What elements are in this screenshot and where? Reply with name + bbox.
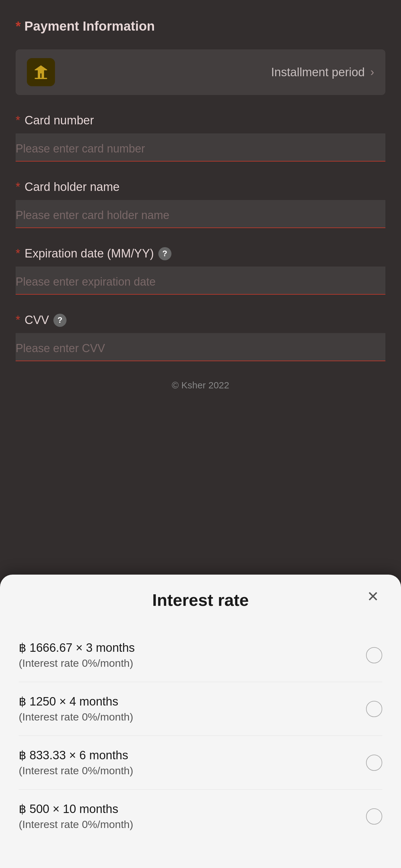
card-holder-input[interactable] — [15, 200, 386, 228]
required-star-cvv: * — [15, 313, 20, 327]
interest-rate-option[interactable]: ฿ 833.33 × 6 months (Interest rate 0%/mo… — [19, 736, 382, 789]
expiration-group: * Expiration date (MM/YY) ? — [15, 247, 386, 294]
required-star-card: * — [15, 114, 20, 127]
bank-logo — [27, 58, 55, 86]
sheet-header: Interest rate ✕ — [19, 590, 382, 610]
option-main-text: ฿ 500 × 10 months — [19, 802, 133, 816]
copyright-text: © Ksher 2022 — [15, 380, 386, 391]
option-text-group: ฿ 833.33 × 6 months (Interest rate 0%/mo… — [19, 748, 133, 777]
option-sub-text: (Interest rate 0%/month) — [19, 765, 133, 777]
option-text-group: ฿ 1666.67 × 3 months (Interest rate 0%/m… — [19, 641, 135, 669]
required-star-exp: * — [15, 247, 20, 260]
option-main-text: ฿ 1666.67 × 3 months — [19, 641, 135, 655]
option-main-text: ฿ 833.33 × 6 months — [19, 748, 133, 762]
close-sheet-button[interactable]: ✕ — [364, 587, 382, 606]
option-text-group: ฿ 500 × 10 months (Interest rate 0%/mont… — [19, 802, 133, 831]
interest-rate-option[interactable]: ฿ 1666.67 × 3 months (Interest rate 0%/m… — [19, 628, 382, 682]
interest-rate-options: ฿ 1666.67 × 3 months (Interest rate 0%/m… — [19, 628, 382, 843]
chevron-right-icon: › — [370, 66, 374, 79]
expiration-label: * Expiration date (MM/YY) ? — [15, 247, 386, 260]
cvv-group: * CVV ? — [15, 313, 386, 361]
card-holder-label: * Card holder name — [15, 180, 386, 194]
cvv-input[interactable] — [15, 333, 386, 361]
interest-rate-sheet: Interest rate ✕ ฿ 1666.67 × 3 months (In… — [0, 575, 401, 868]
radio-button-option-3[interactable] — [366, 808, 382, 825]
option-sub-text: (Interest rate 0%/month) — [19, 818, 133, 831]
payment-section-title: * Payment Information — [15, 19, 386, 34]
radio-button-option-1[interactable] — [366, 701, 382, 717]
radio-button-option-2[interactable] — [366, 754, 382, 771]
card-number-input[interactable] — [15, 133, 386, 161]
option-sub-text: (Interest rate 0%/month) — [19, 657, 135, 669]
sheet-title: Interest rate — [152, 590, 248, 610]
card-holder-group: * Card holder name — [15, 180, 386, 228]
option-text-group: ฿ 1250 × 4 months (Interest rate 0%/mont… — [19, 694, 133, 723]
interest-rate-option[interactable]: ฿ 500 × 10 months (Interest rate 0%/mont… — [19, 789, 382, 843]
required-star: * — [15, 19, 24, 33]
card-number-label: * Card number — [15, 114, 386, 127]
option-sub-text: (Interest rate 0%/month) — [19, 711, 133, 723]
cvv-help-icon[interactable]: ? — [54, 314, 67, 327]
option-main-text: ฿ 1250 × 4 months — [19, 694, 133, 708]
installment-period-row[interactable]: Installment period › — [271, 66, 374, 79]
interest-rate-option[interactable]: ฿ 1250 × 4 months (Interest rate 0%/mont… — [19, 682, 382, 736]
bank-installment-row[interactable]: Installment period › — [15, 50, 386, 95]
expiration-input[interactable] — [15, 267, 386, 294]
card-number-group: * Card number — [15, 114, 386, 161]
expiration-help-icon[interactable]: ? — [158, 247, 171, 260]
cvv-label: * CVV ? — [15, 313, 386, 327]
required-star-holder: * — [15, 180, 20, 194]
svg-rect-0 — [35, 78, 47, 79]
installment-period-label: Installment period — [271, 66, 365, 79]
radio-button-option-0[interactable] — [366, 647, 382, 663]
